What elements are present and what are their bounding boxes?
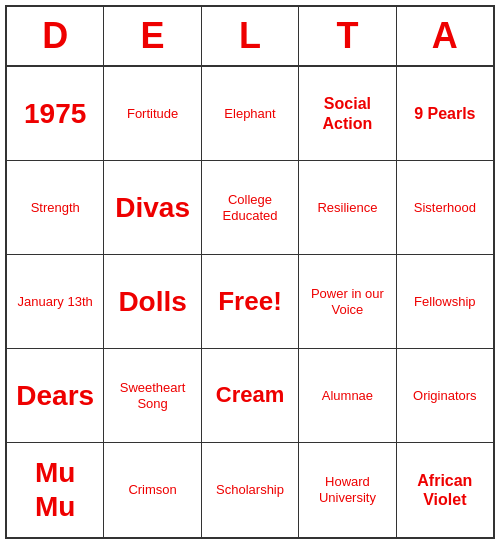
header-letter-e: E xyxy=(104,7,201,67)
bingo-row-1: StrengthDivasCollege EducatedResilienceS… xyxy=(7,161,493,255)
header-letter-t: T xyxy=(299,7,396,67)
bingo-card: DELTA 1975FortitudeElephantSocial Action… xyxy=(5,5,495,539)
bingo-grid: 1975FortitudeElephantSocial Action9 Pear… xyxy=(7,67,493,537)
bingo-cell-1-0: Strength xyxy=(7,161,104,255)
bingo-cell-3-4: Originators xyxy=(397,349,493,443)
bingo-header: DELTA xyxy=(7,7,493,67)
bingo-cell-1-1: Divas xyxy=(104,161,201,255)
bingo-cell-0-4: 9 Pearls xyxy=(397,67,493,161)
bingo-cell-2-0: January 13th xyxy=(7,255,104,349)
bingo-cell-4-1: Crimson xyxy=(104,443,201,537)
header-letter-d: D xyxy=(7,7,104,67)
bingo-cell-4-4: African Violet xyxy=(397,443,493,537)
bingo-cell-4-3: Howard University xyxy=(299,443,396,537)
bingo-cell-0-3: Social Action xyxy=(299,67,396,161)
bingo-cell-2-1: Dolls xyxy=(104,255,201,349)
bingo-cell-0-1: Fortitude xyxy=(104,67,201,161)
bingo-cell-1-3: Resilience xyxy=(299,161,396,255)
bingo-row-0: 1975FortitudeElephantSocial Action9 Pear… xyxy=(7,67,493,161)
bingo-cell-1-4: Sisterhood xyxy=(397,161,493,255)
bingo-cell-4-2: Scholarship xyxy=(202,443,299,537)
bingo-row-4: Mu MuCrimsonScholarshipHoward University… xyxy=(7,443,493,537)
bingo-cell-1-2: College Educated xyxy=(202,161,299,255)
bingo-row-2: January 13thDollsFree!Power in our Voice… xyxy=(7,255,493,349)
bingo-cell-0-2: Elephant xyxy=(202,67,299,161)
bingo-cell-2-3: Power in our Voice xyxy=(299,255,396,349)
bingo-cell-3-2: Cream xyxy=(202,349,299,443)
bingo-cell-4-0: Mu Mu xyxy=(7,443,104,537)
bingo-cell-0-0: 1975 xyxy=(7,67,104,161)
bingo-cell-3-3: Alumnae xyxy=(299,349,396,443)
bingo-cell-3-1: Sweetheart Song xyxy=(104,349,201,443)
bingo-cell-3-0: Dears xyxy=(7,349,104,443)
bingo-row-3: DearsSweetheart SongCreamAlumnaeOriginat… xyxy=(7,349,493,443)
bingo-cell-2-2: Free! xyxy=(202,255,299,349)
bingo-cell-2-4: Fellowship xyxy=(397,255,493,349)
header-letter-l: L xyxy=(202,7,299,67)
header-letter-a: A xyxy=(397,7,493,67)
